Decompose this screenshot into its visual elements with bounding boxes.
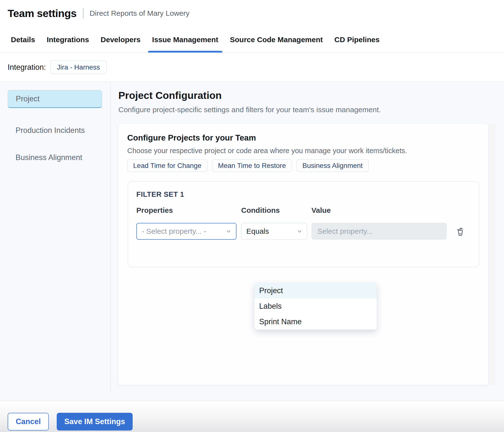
sidebar-item-label: Production Incidents [16,126,85,135]
team-settings-page: Team settings Direct Reports of Mary Low… [0,0,504,432]
save-im-settings-button[interactable]: Save IM Settings [57,413,133,431]
sidebar-divider [110,82,110,392]
tab-issue-management[interactable]: Issue Management [152,27,218,53]
tab-cd-pipelines[interactable]: CD Pipelines [334,27,379,53]
conditions-select[interactable]: Equals [241,223,307,240]
tab-bar: Details Integrations Developers Issue Ma… [0,27,504,53]
sidebar-item-project[interactable]: Project [8,90,102,108]
value-column-label: Value [311,206,331,215]
tab-label: Integrations [47,36,89,44]
integration-label: Integration: [8,63,46,72]
chip-business-alignment[interactable]: Business Alignment [297,159,369,172]
header: Team settings Direct Reports of Mary Low… [0,0,504,27]
section-description: Configure project-specific settings and … [118,106,381,114]
page-subtitle: Direct Reports of Mary Lowery [90,9,189,18]
page-title: Team settings [8,7,76,19]
filter-set-card: FILTER SET 1 Properties Conditions Value… [128,181,479,267]
chevron-down-icon [297,228,303,234]
dropdown-option-sprint-name[interactable]: Sprint Name [254,314,377,329]
title-separator [83,8,84,18]
tab-label: Source Code Management [230,36,323,44]
metric-chips: Lead Time for Change Mean Time to Restor… [127,159,369,172]
integration-row: Integration: Jira - Harness [0,53,504,82]
tab-details[interactable]: Details [11,27,35,53]
property-dropdown: Project Labels Sprint Name [254,283,377,330]
chevron-down-icon [226,228,232,234]
card-description: Choose your respective project or code a… [127,147,407,155]
card-title: Configure Projects for your Team [127,133,256,143]
properties-select-placeholder: - Select property... - [142,227,206,235]
dropdown-option-labels[interactable]: Labels [254,298,377,314]
configure-projects-card: Configure Projects for your Team Choose … [118,124,488,385]
properties-column-label: Properties [136,206,173,215]
section-title: Project Configuration [118,90,222,101]
conditions-select-value: Equals [246,227,269,235]
footer-bar: Cancel Save IM Settings [0,401,504,432]
integration-chip[interactable]: Jira - Harness [50,60,107,74]
tab-developers[interactable]: Developers [101,27,141,53]
sidebar-item-business-alignment[interactable]: Business Alignment [8,148,102,166]
cancel-button[interactable]: Cancel [8,413,49,431]
properties-select[interactable]: - Select property... - [136,223,236,240]
delete-filter-button[interactable] [454,225,467,238]
tab-label: Developers [101,36,141,44]
active-tab-underline [148,51,222,53]
filter-set-title: FILTER SET 1 [136,190,184,198]
content-region: Project Production Incidents Business Al… [0,82,504,401]
sidebar-item-production-incidents[interactable]: Production Incidents [8,121,102,139]
sidebar-item-label: Project [16,94,39,103]
tab-label: Details [11,36,35,44]
sidebar-item-label: Business Alignment [16,153,82,162]
tab-source-code-management[interactable]: Source Code Management [230,27,323,53]
tab-label: CD Pipelines [334,36,379,44]
chip-lead-time-for-change[interactable]: Lead Time for Change [127,159,207,172]
chip-mean-time-to-restore[interactable]: Mean Time to Restore [212,159,292,172]
scrollbar-track[interactable] [488,124,495,385]
tab-integrations[interactable]: Integrations [47,27,89,53]
trash-icon [455,226,466,237]
tab-label: Issue Management [152,36,218,44]
conditions-column-label: Conditions [241,206,280,215]
dropdown-option-project[interactable]: Project [254,283,377,298]
value-input[interactable] [311,223,447,240]
